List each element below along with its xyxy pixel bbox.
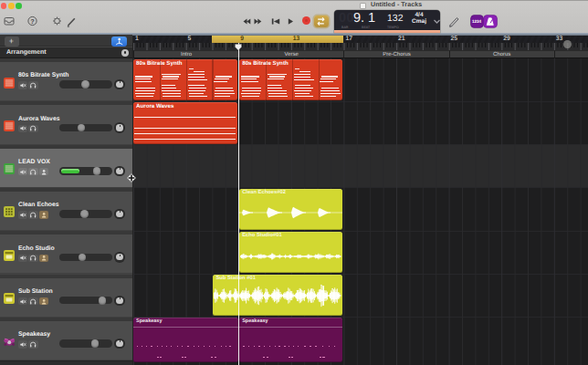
svg-text:?: ? [30, 17, 34, 26]
